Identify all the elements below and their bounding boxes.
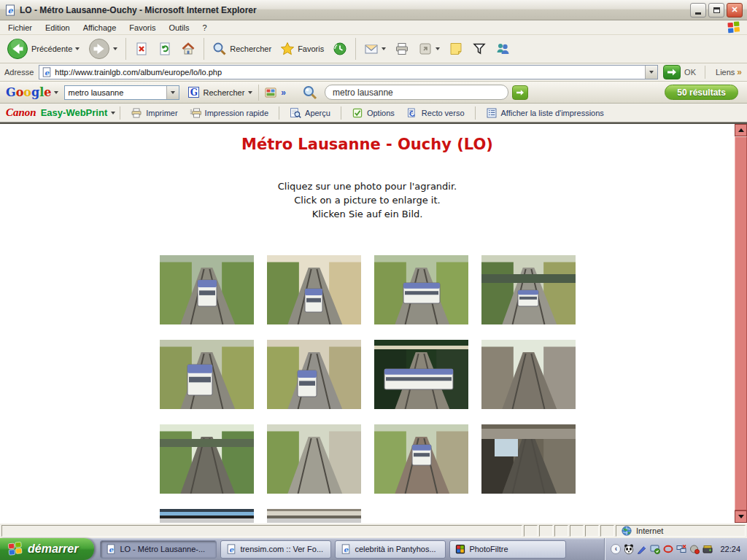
google-more-icon[interactable]: » (281, 88, 285, 98)
ie-window: e LO - Métro Lausanne-Ouchy - Microsoft … (0, 0, 747, 560)
close-button[interactable]: ✕ (727, 3, 743, 18)
taskbar-window-trensim[interactable]: e trensim.com :: Ver Fo... (220, 540, 331, 559)
stop-button[interactable] (131, 40, 152, 58)
photo-thumbnail-photo-11[interactable] (374, 424, 468, 494)
forward-button[interactable] (85, 36, 121, 61)
photo-thumbnail-photo-02[interactable] (267, 255, 361, 324)
photo-thumbnail-photo-12[interactable] (481, 424, 576, 494)
canon-menu-icon[interactable] (111, 112, 115, 114)
live-search-go-button[interactable] (512, 85, 528, 100)
photofiltre-tray-icon[interactable] (663, 544, 673, 554)
taskbar-window-photofiltre[interactable]: PhotoFiltre (449, 540, 566, 559)
canon-print-list-button[interactable]: Afficher la liste d'impressions (480, 107, 610, 119)
network-offline-tray-icon[interactable] (676, 544, 686, 554)
edit-icon (418, 42, 433, 56)
menu-aide[interactable]: ? (196, 22, 214, 34)
menu-outils[interactable]: Outils (162, 22, 196, 34)
favorites-button[interactable]: Favoris (276, 40, 328, 58)
update-tray-icon[interactable] (689, 544, 700, 554)
photo-thumbnail-photo-04[interactable] (481, 255, 576, 324)
forward-dropdown-icon[interactable] (113, 47, 117, 50)
links-chevron-icon[interactable]: » (737, 67, 741, 77)
windows-logo-icon (727, 21, 741, 34)
search-button[interactable]: Rechercher (209, 40, 275, 58)
window-title: LO - Métro Lausanne-Ouchy - Microsoft In… (20, 5, 688, 15)
back-dropdown-icon[interactable] (75, 47, 80, 50)
mail-button[interactable] (360, 40, 390, 58)
google-menu-icon[interactable] (54, 91, 58, 94)
photo-thumbnail-photo-14[interactable] (267, 509, 361, 523)
canon-toolbar: Canon Easy-WebPrint Imprimer Impression … (0, 104, 747, 122)
canon-quick-print-button[interactable]: Impression rapide (184, 107, 274, 119)
photo-thumbnail-photo-07[interactable] (374, 340, 468, 409)
edit-dropdown-icon[interactable] (436, 47, 440, 50)
live-search-query: metro lausanne (333, 88, 393, 98)
photo-thumbnail-photo-03[interactable] (374, 255, 468, 324)
pen-tray-icon[interactable] (637, 544, 647, 554)
google-search-dropdown-icon[interactable] (248, 91, 252, 94)
print-button[interactable] (391, 40, 413, 58)
google-search-input[interactable]: metro lausanne (64, 85, 179, 100)
scrollbar-thumb[interactable] (735, 136, 747, 510)
canon-preview-label: Aperçu (305, 109, 330, 117)
canon-options-button[interactable]: Options (346, 107, 400, 119)
live-search-input[interactable]: metro lausanne (325, 85, 508, 100)
mail-icon (364, 42, 379, 56)
scroll-up-button[interactable] (735, 124, 747, 136)
filter-button[interactable] (468, 40, 490, 58)
google-search-button[interactable]: G Rechercher (188, 87, 252, 98)
restore-button[interactable] (708, 3, 724, 18)
taskbar-buttons: e LO - Métro Lausanne-... e trensim.com … (100, 540, 566, 559)
links-label[interactable]: Liens (716, 68, 735, 77)
photo-thumbnail-photo-09[interactable] (160, 424, 254, 494)
instruction-fr: Cliquez sur une photo pour l'agrandir. (0, 179, 735, 193)
taskbar-clock[interactable]: 22:24 (720, 545, 740, 553)
menu-affichage[interactable]: Affichage (77, 22, 123, 34)
results-badge[interactable]: 50 résultats (665, 85, 738, 100)
photo-grid (160, 255, 576, 523)
menu-fichier[interactable]: Fichier (1, 22, 39, 34)
tray-collapse-chevron-icon[interactable]: ‹ (611, 544, 621, 554)
back-button[interactable]: Précédente (3, 36, 83, 61)
menu-edition[interactable]: Edition (39, 22, 77, 34)
history-button[interactable] (329, 40, 351, 58)
photo-thumbnail-photo-06[interactable] (267, 340, 361, 409)
taskbar-window-lo[interactable]: e LO - Métro Lausanne-... (100, 540, 217, 559)
google-toolbar: Google metro lausanne G Rechercher » met… (0, 82, 747, 104)
scanner-tray-icon[interactable] (703, 544, 713, 554)
photo-thumbnail-photo-01[interactable] (160, 255, 254, 324)
google-query-text: metro lausanne (65, 88, 166, 97)
minimize-button[interactable] (690, 3, 706, 18)
canon-print-icon (131, 107, 142, 119)
go-button[interactable] (663, 65, 681, 79)
address-dropdown-button[interactable] (645, 66, 657, 79)
scroll-down-button[interactable] (735, 510, 747, 523)
home-button[interactable] (177, 40, 199, 58)
address-label: Adresse (4, 68, 34, 77)
google-history-dropdown[interactable] (166, 86, 179, 99)
page-scrollbar[interactable] (735, 124, 747, 523)
security-tray-icon[interactable] (650, 544, 660, 554)
google-logo[interactable]: Google (6, 85, 51, 99)
discuss-button[interactable] (445, 40, 467, 58)
canon-preview-button[interactable]: Aperçu (284, 107, 336, 119)
photo-thumbnail-photo-05[interactable] (160, 340, 254, 409)
mail-dropdown-icon[interactable] (382, 47, 386, 50)
photo-thumbnail-photo-13[interactable] (160, 509, 254, 523)
taskbar-window-celebrita[interactable]: e celebrità in Pantyhos... (335, 540, 446, 559)
easy-webprint-label[interactable]: Easy-WebPrint (41, 107, 108, 118)
address-input[interactable]: e http://www.trainlgb.com/album/europe/l… (39, 65, 658, 79)
menu-favoris[interactable]: Favoris (123, 22, 162, 34)
messenger-button[interactable] (492, 40, 514, 58)
photo-thumbnail-photo-08[interactable] (481, 340, 576, 409)
refresh-button[interactable] (154, 40, 176, 58)
photo-thumbnail-photo-10[interactable] (267, 424, 361, 494)
canon-print-button[interactable]: Imprimer (125, 107, 183, 119)
canon-duplex-button[interactable]: Recto verso (400, 107, 471, 119)
photos-icon[interactable] (265, 87, 276, 98)
svg-text:e: e (344, 545, 349, 553)
panda-tray-icon[interactable] (624, 544, 634, 554)
start-button[interactable]: démarrer (0, 538, 94, 560)
canon-duplex-icon (406, 107, 418, 119)
edit-button[interactable] (414, 40, 444, 58)
